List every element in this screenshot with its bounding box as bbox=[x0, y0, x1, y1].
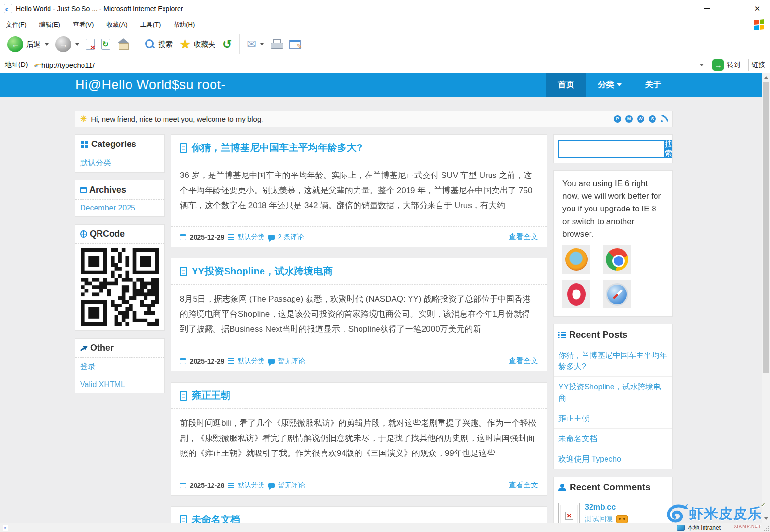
main-content: 你猜，兰博基尼中国车主平均年龄多大? 36 岁，是兰博基尼中国车主的平均年龄。实… bbox=[171, 134, 547, 523]
forward-icon: → bbox=[55, 36, 71, 52]
address-field[interactable]: e http://typecho11/ bbox=[32, 59, 707, 71]
safari-icon[interactable] bbox=[603, 280, 631, 308]
go-button[interactable]: → 转到 bbox=[712, 59, 740, 71]
refresh-icon: ↻ bbox=[101, 39, 110, 50]
weibo-icon[interactable]: W bbox=[637, 115, 644, 123]
comment-item: ✕ 32mb.cc 测试回复 bbox=[554, 498, 672, 523]
maximize-button[interactable] bbox=[720, 0, 745, 17]
menu-tools[interactable]: 工具(T) bbox=[140, 20, 161, 29]
grid-icon bbox=[81, 141, 84, 144]
menu-favorites[interactable]: 收藏(A) bbox=[106, 20, 127, 29]
recent-post-link[interactable]: 雍正王朝 bbox=[554, 408, 672, 429]
qrcode-image bbox=[75, 244, 164, 330]
address-dropdown-caret[interactable] bbox=[699, 64, 704, 66]
article-excerpt: 8月5日，据志象网 (The Passage) 获悉，欢聚时代 (NASDAQ:… bbox=[171, 285, 547, 351]
share-icon[interactable]: S bbox=[649, 115, 656, 123]
category-icon bbox=[228, 234, 234, 240]
welcome-text: Hi, new friend, nice to meet you, welcom… bbox=[91, 115, 263, 123]
favorites-button[interactable]: ★ 收藏夹 bbox=[176, 34, 219, 54]
browser-logos bbox=[562, 245, 664, 308]
print-icon bbox=[271, 39, 282, 49]
site-title[interactable]: Hi@Hello World$su root- bbox=[75, 73, 226, 97]
recent-posts-box: Recent Posts 你猜，兰博基尼中国车主平均年龄多大? YY投资Shop… bbox=[553, 324, 673, 469]
forward-button[interactable]: → bbox=[52, 34, 82, 54]
nav-categories[interactable]: 分类 bbox=[586, 73, 633, 97]
address-separator bbox=[748, 59, 749, 71]
home-button[interactable] bbox=[114, 34, 133, 54]
other-box: Other 登录 Valid XHTML bbox=[75, 338, 165, 393]
mail-dropdown-caret[interactable] bbox=[260, 43, 264, 46]
nav-categories-label: 分类 bbox=[598, 73, 614, 97]
mail-button[interactable]: ✉ bbox=[244, 34, 267, 54]
archive-link[interactable]: December 2025 bbox=[75, 200, 164, 216]
article-title[interactable]: 未命名文档 bbox=[192, 513, 240, 523]
login-link[interactable]: 登录 bbox=[75, 358, 164, 376]
article-title[interactable]: 你猜，兰博基尼中国车主平均年龄多大? bbox=[192, 141, 362, 154]
edit-button[interactable] bbox=[286, 34, 304, 54]
category-link-default[interactable]: 默认分类 bbox=[75, 154, 164, 172]
article-icon bbox=[180, 143, 187, 153]
article-category-link[interactable]: 默认分类 bbox=[238, 481, 265, 490]
stop-icon: ✕ bbox=[86, 39, 95, 50]
article-comments-link[interactable]: 暂无评论 bbox=[278, 481, 305, 490]
minimize-button[interactable] bbox=[694, 0, 720, 17]
forward-dropdown-caret[interactable] bbox=[75, 43, 79, 46]
search-button[interactable]: 搜索 bbox=[141, 34, 176, 54]
ie-page-icon bbox=[3, 525, 8, 531]
opera-icon[interactable] bbox=[562, 280, 590, 308]
article-category-link[interactable]: 默认分类 bbox=[238, 233, 265, 242]
qrcode-box: QRCode bbox=[75, 224, 165, 331]
right-sidebar: 搜索 You are using IE 6 right now, we will… bbox=[553, 134, 673, 523]
read-more-link[interactable]: 查看全文 bbox=[509, 356, 538, 366]
resize-grip[interactable] bbox=[763, 525, 769, 531]
back-button[interactable]: ← 后退 bbox=[4, 34, 52, 54]
search-input[interactable] bbox=[558, 140, 665, 158]
read-more-link[interactable]: 查看全文 bbox=[509, 481, 538, 490]
menu-help[interactable]: 帮助(H) bbox=[173, 20, 195, 29]
rss-icon[interactable] bbox=[660, 115, 668, 123]
scroll-up-arrow[interactable] bbox=[762, 73, 770, 81]
nav-about[interactable]: 关于 bbox=[633, 73, 673, 97]
favorites-star-icon: ★ bbox=[180, 38, 191, 50]
scrollbar-thumb[interactable] bbox=[763, 82, 769, 373]
fans-icon[interactable]: M bbox=[625, 115, 633, 123]
history-button[interactable]: ↺ bbox=[219, 34, 235, 54]
article-comments-link[interactable]: 暂无评论 bbox=[278, 357, 305, 366]
valid-xhtml-link[interactable]: Valid XHTML bbox=[75, 376, 164, 393]
ie-upgrade-notice: You are using IE 6 right now, we will wo… bbox=[553, 170, 673, 317]
stop-button[interactable]: ✕ bbox=[82, 34, 98, 54]
comment-author-link[interactable]: 32mb.cc bbox=[585, 503, 628, 512]
recent-post-link[interactable]: YY投资Shopline，试水跨境电商 bbox=[554, 377, 672, 408]
recent-post-link[interactable]: 欢迎使用 Typecho bbox=[554, 449, 672, 469]
close-button[interactable]: ✕ bbox=[745, 0, 770, 17]
comments-icon bbox=[268, 483, 275, 488]
history-icon: ↺ bbox=[222, 38, 232, 50]
article-category-link[interactable]: 默认分类 bbox=[238, 357, 265, 366]
site-nav: 首页 分类 关于 bbox=[546, 73, 673, 97]
url-text[interactable]: http://typecho11/ bbox=[41, 61, 696, 69]
menu-edit[interactable]: 编辑(E) bbox=[39, 20, 60, 29]
refresh-button[interactable]: ↻ bbox=[98, 34, 114, 54]
search-submit-button[interactable]: 搜索 bbox=[665, 140, 672, 158]
article-icon bbox=[180, 515, 187, 523]
vertical-scrollbar[interactable] bbox=[762, 73, 770, 523]
recent-post-link[interactable]: 你猜，兰博基尼中国车主平均年龄多大? bbox=[554, 345, 672, 377]
print-button[interactable] bbox=[267, 34, 286, 54]
firefox-icon[interactable] bbox=[562, 245, 590, 274]
chrome-icon[interactable] bbox=[603, 245, 631, 274]
links-label[interactable]: 链接 bbox=[752, 61, 765, 69]
read-more-link[interactable]: 查看全文 bbox=[509, 232, 538, 242]
back-label: 后退 bbox=[26, 40, 41, 49]
article-title[interactable]: YY投资Shopline，试水跨境电商 bbox=[192, 265, 333, 278]
pinterest-icon[interactable]: P bbox=[614, 115, 621, 123]
menu-view[interactable]: 查看(V) bbox=[73, 20, 94, 29]
archives-box: Archives December 2025 bbox=[75, 180, 165, 217]
article-comments-link[interactable]: 2 条评论 bbox=[278, 233, 304, 242]
nav-home[interactable]: 首页 bbox=[546, 73, 586, 97]
comment-text[interactable]: 测试回复 bbox=[585, 515, 614, 523]
menu-file[interactable]: 文件(F) bbox=[6, 20, 27, 29]
article-title[interactable]: 雍正王朝 bbox=[192, 389, 230, 402]
back-dropdown-caret[interactable] bbox=[45, 43, 49, 46]
recent-post-link[interactable]: 未命名文档 bbox=[554, 429, 672, 449]
scroll-down-arrow[interactable] bbox=[762, 515, 770, 523]
